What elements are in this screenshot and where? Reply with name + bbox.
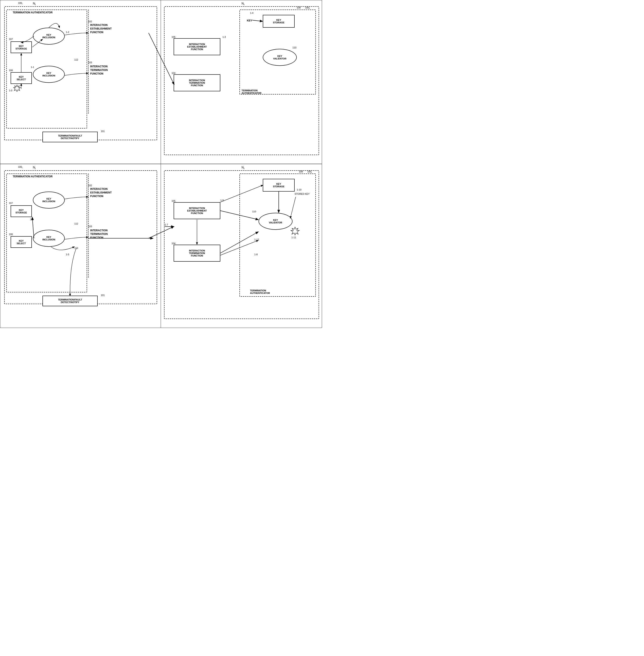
key-storage-ref-bl: 107 xyxy=(9,202,13,204)
key-storage-box-bl: KEYSTORAGE xyxy=(10,205,32,217)
node-label-nr-tr: Nr xyxy=(242,2,245,6)
tfdn-box-bl: TERMINATION/FAULTDETECT/NOTIFY xyxy=(43,296,98,306)
itf-ref-br: 104 xyxy=(171,242,175,245)
stored-key-label-br: 1-10 xyxy=(297,188,301,191)
ief-box-br: INTERACTIONESTABLISHMENTFUNCTION xyxy=(174,202,220,219)
ief-ref-bl: 102 xyxy=(88,184,92,187)
key-select-ref-bl: 106 xyxy=(9,233,13,235)
itf-label-bl: INTERACTIONTERMINATIONFUNCTION xyxy=(90,229,150,239)
quadrant-bottom-right: Nr TERMINATIONAUTHENTICATOR 100r 108 KEY… xyxy=(161,164,322,328)
key-storage-box-tr: KEYSTORAGE xyxy=(263,15,295,28)
key-validator-oval-br: KEYVALIDATOR xyxy=(258,213,293,230)
ref-112-br: 1-12 xyxy=(254,238,259,241)
termination-auth-label-tr: TERMINATIONAUTHENTICATOR xyxy=(242,89,261,94)
itf-ref-tr: 104 xyxy=(171,72,175,74)
key-storage-box-br: KEYSTORAGE xyxy=(263,179,295,191)
ref-12-tl: 1-2 xyxy=(66,31,69,33)
key-select-box-bl: KEYSELECT xyxy=(10,236,32,248)
termination-auth-label-br: TERMINATIONAUTHENTICATOR xyxy=(250,289,270,294)
key-select-ref-tl: 106 xyxy=(9,69,13,72)
key-storage-ref-tl: 107 xyxy=(9,38,13,40)
ief-ref-br: 105 xyxy=(171,200,175,202)
key-label-tr: KEY xyxy=(247,19,252,22)
ref-19-br: 1-9 xyxy=(220,199,224,202)
ref-18-br: 1-8 xyxy=(254,253,258,256)
ref-13-tr: 1-3 xyxy=(223,36,226,38)
ref-11-tl: 1-1 xyxy=(31,66,34,68)
ref-17-br: 1-7 xyxy=(165,223,168,226)
termination-auth-label-bl: TERMINATION AUTHENTICATOR xyxy=(13,175,53,178)
ref-112-tl: 112 xyxy=(74,59,78,61)
ief-box-tr: INTERACTIONESTABLISHMENTFUNCTION xyxy=(174,38,220,55)
node-ref-bl: 100i xyxy=(18,166,22,169)
ief-label-bl: INTERACTIONESTABLISHMENTFUNCTION xyxy=(90,187,150,198)
itf-label-tl: INTERACTIONTERMINATIONFUNCTION xyxy=(90,65,150,75)
node-ref-tl: 100i xyxy=(18,2,22,5)
tfdn-ref-bl: 101 xyxy=(101,294,105,296)
key-inclusion-oval-bot-tl: KEYINCLUSION xyxy=(33,66,65,83)
key-inclusion-oval-top-bl: KEYINCLUSION xyxy=(33,191,65,208)
ief-label-tl: INTERACTIONESTABLISHMENTFUNCTION xyxy=(90,23,150,34)
ref-100r-br: 100r xyxy=(307,170,312,174)
key-inclusion-oval-bot-bl: KEYINCLUSION xyxy=(33,230,65,247)
ref-14-tr: 1-4 xyxy=(250,12,253,14)
key-select-box-tl: KEYSELECT xyxy=(10,72,32,84)
quadrant-top-right: Nr TERMINATIONAUTHENTICATOR 100r 108 KEY… xyxy=(161,0,322,164)
ief-ref-tr: 105 xyxy=(171,36,175,38)
quadrant-bottom-left: Ni 100i TERMINATION AUTHENTICATOR KEYINC… xyxy=(0,164,161,328)
svg-marker-8 xyxy=(291,227,299,235)
node-label-ni-bl: Ni xyxy=(33,166,36,170)
starburst-br xyxy=(290,227,300,236)
termination-auth-box-br xyxy=(239,174,316,297)
ref-10-tl: 1-0 xyxy=(9,89,12,92)
ref-111-br: 1-11 xyxy=(292,236,296,239)
ref-108-tr: 108 xyxy=(297,6,301,9)
node-label-nr-br: Nr xyxy=(242,166,245,170)
key-validator-ref-br: 110 xyxy=(252,210,256,213)
ref-15-bl: 1-5 xyxy=(66,253,69,256)
key-inclusion-oval-top-tl: KEYINCLUSION xyxy=(33,28,65,45)
stored-key-text-br: STORED KEY xyxy=(295,193,310,195)
termination-auth-label-tl: TERMINATION AUTHENTICATOR xyxy=(13,11,53,14)
itf-ref-bl: 103 xyxy=(88,225,92,228)
itf-box-tr: INTERACTIONTERMINATIONFUNCTION xyxy=(174,74,220,91)
ref-108-br: 108 xyxy=(299,170,303,173)
key-validator-ref-tr: 110 xyxy=(293,46,296,49)
node-label-ni-tl: Ni xyxy=(33,2,36,6)
ref-16-bl: 1-6 xyxy=(30,218,33,221)
tfdn-box-tl: TERMINATION/FAULTDETECT/NOTIFY xyxy=(43,132,98,142)
itf-box-br: INTERACTIONTERMINATIONFUNCTION xyxy=(174,245,220,262)
starburst-tl xyxy=(13,85,21,93)
tfdn-ref-tl: 101 xyxy=(101,130,105,133)
key-validator-oval-tr: KEYVALIDATOR xyxy=(263,49,297,66)
ref-112-bl: 112 xyxy=(74,222,78,225)
ief-ref-tl: 102 xyxy=(88,20,92,23)
itf-ref-tl: 103 xyxy=(88,61,92,64)
key-storage-box-tl: KEYSTORAGE xyxy=(10,41,32,53)
svg-marker-0 xyxy=(14,85,20,92)
quadrant-top-left: Ni 100i TERMINATION AUTHENTICATOR KEYINC… xyxy=(0,0,161,164)
ref-114-bl: 114 xyxy=(74,247,78,249)
ref-100r-tr: 100r xyxy=(305,6,310,9)
